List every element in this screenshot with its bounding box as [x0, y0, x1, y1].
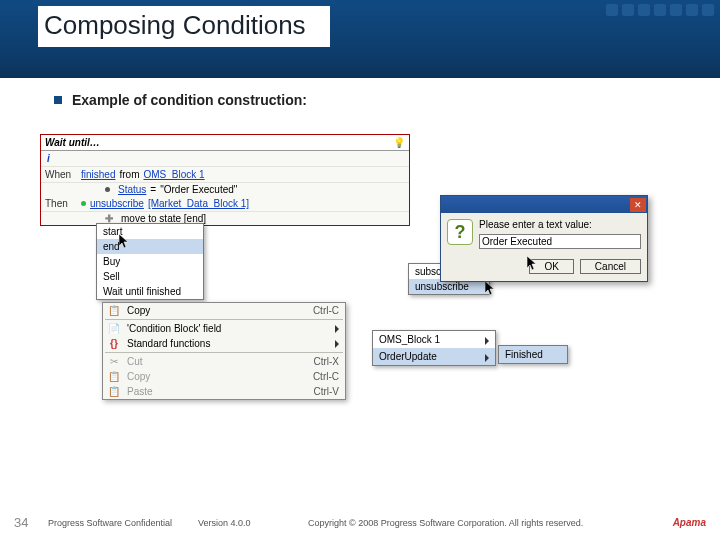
when-from: from [119, 169, 139, 180]
state-menu-item[interactable]: start [97, 224, 203, 239]
cursor-icon [119, 234, 131, 250]
deco-grid [606, 4, 714, 16]
standard-functions-item[interactable]: {} Standard functions [103, 336, 345, 351]
cond-op: = [150, 184, 156, 195]
state-menu-item[interactable]: Buy [97, 254, 203, 269]
lightbulb-icon[interactable]: 💡 [393, 137, 405, 148]
footer-copyright: Copyright © 2008 Progress Software Corpo… [308, 518, 673, 528]
condition-field-item[interactable]: 📄 'Condition Block' field [103, 321, 345, 336]
when-event[interactable]: finished [81, 169, 115, 180]
bullet-text: Example of condition construction: [72, 92, 307, 108]
doc-icon: 📄 [107, 322, 121, 336]
wait-until-block: Wait until… 💡 i When finished from OMS_B… [40, 134, 410, 226]
copy-icon: 📋 [107, 370, 121, 384]
finished-submenu[interactable]: Finished [498, 345, 568, 364]
dialog-prompt: Please enter a text value: [479, 219, 641, 230]
state-menu-item[interactable]: Sell [97, 269, 203, 284]
cursor-icon [485, 281, 497, 297]
page-number: 34 [14, 515, 48, 530]
dialog-titlebar[interactable]: ✕ [441, 196, 647, 213]
paste-item: 📋 Paste Ctrl-V [103, 384, 345, 399]
apama-logo: Apama [673, 517, 706, 528]
close-icon[interactable]: ✕ [630, 198, 646, 212]
copy-icon: 📋 [107, 304, 121, 318]
bullet-icon [54, 96, 62, 104]
cond-rhs[interactable]: "Order Executed" [160, 184, 237, 195]
oms-block-item[interactable]: OMS_Block 1 [373, 331, 495, 348]
bullet-row: Example of condition construction: [54, 92, 307, 108]
slide-title: Composing Conditions [38, 6, 330, 47]
text-entry-dialog[interactable]: ✕ ? Please enter a text value: OK Cancel [440, 195, 648, 282]
state-menu-item[interactable]: end [97, 239, 203, 254]
when-label: When [45, 169, 81, 180]
wait-title: Wait until… [45, 137, 100, 148]
text-input[interactable] [479, 234, 641, 249]
footer: 34 Progress Software Confidential Versio… [0, 515, 720, 530]
then-action-1a[interactable]: unsubscribe [90, 198, 144, 209]
block-submenu[interactable]: OMS_Block 1 OrderUpdate [372, 330, 496, 366]
orderupdate-item[interactable]: OrderUpdate [373, 348, 495, 365]
finished-item[interactable]: Finished [499, 346, 567, 363]
then-label: Then [45, 198, 81, 209]
question-icon: ? [447, 219, 473, 245]
info-icon[interactable]: i [47, 153, 50, 164]
paste-icon: 📋 [107, 385, 121, 399]
when-source[interactable]: OMS_Block 1 [143, 169, 204, 180]
state-menu-item[interactable]: Wait until finished [97, 284, 203, 299]
cursor-icon [527, 256, 539, 272]
cut-item: ✂ Cut Ctrl-X [103, 354, 345, 369]
cancel-button[interactable]: Cancel [580, 259, 641, 274]
footer-version: Version 4.0.0 [198, 518, 308, 528]
state-menu[interactable]: start end Buy Sell Wait until finished [96, 223, 204, 300]
cut-icon: ✂ [107, 355, 121, 369]
context-menu[interactable]: 📋 Copy Ctrl-C 📄 'Condition Block' field … [102, 302, 346, 400]
then-action-1b[interactable]: [Market_Data_Block 1] [148, 198, 249, 209]
footer-confidential: Progress Software Confidential [48, 518, 198, 528]
copy-item-2: 📋 Copy Ctrl-C [103, 369, 345, 384]
cond-lhs[interactable]: Status [118, 184, 146, 195]
brace-icon: {} [107, 337, 121, 351]
copy-item[interactable]: 📋 Copy Ctrl-C [103, 303, 345, 318]
